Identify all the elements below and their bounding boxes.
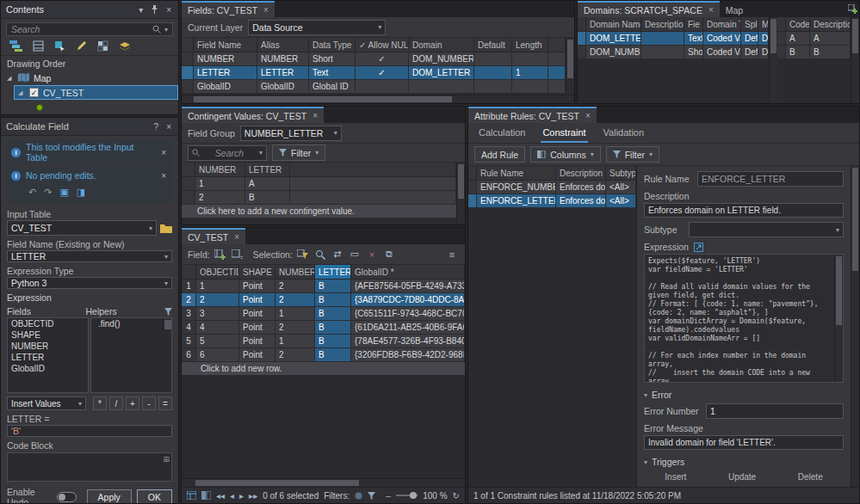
close-icon[interactable]: × [164, 5, 173, 15]
col-objectid[interactable]: OBJECTID * [196, 265, 239, 280]
help-icon[interactable]: ? [152, 122, 161, 132]
code-row[interactable]: A A [777, 32, 851, 46]
filter-icon[interactable] [164, 308, 172, 316]
contingent-row[interactable]: 2 B [182, 191, 456, 205]
split-view-icon[interactable] [201, 489, 211, 502]
input-table-select[interactable]: CV_TEST ▾ [7, 220, 157, 236]
rule-row-selected[interactable]: ENFORCE_LETTER Enforces domai <All> [468, 194, 636, 208]
list-by-editing-icon[interactable] [74, 40, 89, 52]
domain-row[interactable]: DOM_NUMBER Shor Coded Val Defa Defa [578, 46, 769, 59]
insert-values-select[interactable]: Insert Values ▾ [7, 396, 86, 410]
pin-icon[interactable] [149, 5, 160, 14]
rule-name-input[interactable]: ENFORCE_LETTER [697, 171, 844, 187]
zoom-out-icon[interactable]: – [386, 491, 391, 501]
contingent-filter-button[interactable]: Filter ▾ [272, 144, 325, 161]
helpers-scrollbar[interactable] [163, 318, 171, 329]
error-section-header[interactable]: ▾ Error [644, 390, 844, 400]
col-letter-selected[interactable]: LETTER [315, 265, 351, 280]
rule-expression-code[interactable]: Expects($feature, 'LETTER') var fieldNam… [644, 254, 844, 383]
add-field-icon[interactable] [213, 248, 227, 261]
tab-constraint[interactable]: Constraint [541, 126, 587, 143]
list-item[interactable]: SHAPE [8, 329, 88, 341]
expression-input[interactable]: 'B' [7, 425, 172, 437]
col-domain-name[interactable]: Domain Name [586, 17, 641, 32]
chevron-down-icon[interactable]: ▾ [164, 26, 168, 34]
apply-button[interactable]: Apply [87, 489, 132, 503]
discard-edits-icon[interactable]: ◨ [77, 187, 85, 198]
helpers-list[interactable]: .find() .format() .fromhex() .hex() .ima… [90, 317, 172, 393]
col-merge-policy[interactable]: Mer [758, 17, 769, 32]
col-length[interactable]: Length [512, 38, 548, 52]
multiply-operator-button[interactable]: * [93, 396, 107, 410]
expression-scrollbar[interactable] [834, 255, 843, 382]
tab-map[interactable]: Map [720, 1, 749, 17]
col-domain[interactable]: Domain [409, 38, 474, 52]
rules-vertical-scrollbar[interactable] [851, 166, 859, 487]
open-expression-editor-icon[interactable] [694, 243, 703, 252]
col-domain-type[interactable]: Domain T [703, 17, 741, 32]
col-description[interactable]: Description [641, 17, 684, 32]
table-row[interactable]: 5 5 Point 1 B {78AE4577-326B-4F93-B840-9… [182, 335, 465, 348]
rule-row[interactable]: ENFORCE_NUMBER Enforces domai <All> [468, 181, 636, 194]
ok-button[interactable]: OK [137, 489, 172, 503]
domain-row-selected[interactable]: DOM_LETTER Text Coded Val Defa Defa [578, 32, 769, 46]
chevron-down-icon[interactable]: ▾ [137, 5, 145, 15]
close-icon[interactable]: × [585, 111, 591, 120]
field-row[interactable]: NUMBER NUMBER Short ✓ DOM_NUMBER [182, 52, 566, 66]
filter-extent-icon[interactable] [368, 492, 375, 500]
add-contingent-value-row[interactable]: Click here to add a new contingent value… [182, 205, 456, 218]
list-item[interactable]: GlobalID [8, 363, 88, 374]
codes-vertical-scrollbar[interactable] [851, 17, 859, 103]
enable-undo-toggle[interactable] [57, 492, 77, 502]
layer-symbol-row[interactable] [14, 100, 178, 114]
list-by-drawing-order-icon[interactable] [8, 40, 24, 52]
table-row[interactable]: 3 3 Point 1 B {C651511F-9743-468C-BC70-1… [182, 307, 465, 321]
col-field-type[interactable]: Fie [684, 17, 703, 32]
col-allow-null[interactable]: ✓ Allow NULL [356, 38, 409, 52]
add-rule-button[interactable]: Add Rule [474, 146, 525, 163]
fields-vertical-scrollbar[interactable] [566, 38, 574, 95]
table-row[interactable]: 1 1 Point 2 B {AFE87564-05FB-4249-A733-5… [182, 280, 465, 293]
col-alias[interactable]: Alias [257, 38, 309, 52]
table-menu-icon[interactable]: ≡ [445, 248, 459, 261]
col-shape[interactable]: SHAPE * [239, 265, 275, 280]
error-number-input[interactable]: 1 [706, 403, 844, 419]
tab-domains[interactable]: Domains: SCRATCH_SPACE × [578, 1, 720, 17]
tab-contingent-values[interactable]: Contingent Values: CV_TEST × [182, 107, 324, 123]
close-icon[interactable]: × [234, 232, 239, 242]
close-icon[interactable]: × [164, 122, 173, 132]
subtract-operator-button[interactable]: - [142, 396, 156, 410]
col-code-description[interactable]: Description [810, 17, 851, 32]
list-item[interactable]: NUMBER [8, 341, 88, 352]
col-rule-description[interactable]: Description [556, 166, 606, 181]
save-edits-icon[interactable]: ▣ [59, 187, 68, 198]
collapse-icon[interactable]: ◢ [7, 75, 14, 82]
add-row-hint[interactable]: Click to add new row. [182, 362, 465, 376]
col-data-type[interactable]: Data Type [309, 38, 356, 52]
list-by-source-icon[interactable] [31, 40, 46, 52]
rule-description-input[interactable]: Enforces domain on LETTER field. [644, 203, 844, 218]
list-item[interactable]: OBJECTID [8, 318, 88, 329]
col-number[interactable]: NUMBER [275, 265, 315, 280]
col-letter[interactable]: LETTER [245, 163, 290, 177]
list-by-selection-icon[interactable] [53, 40, 67, 52]
equals-operator-button[interactable]: = [158, 396, 172, 410]
current-layer-select[interactable]: Data Source ▾ [248, 20, 386, 35]
next-record-icon[interactable]: ▸ [239, 491, 244, 501]
divide-operator-button[interactable]: / [109, 396, 123, 410]
tab-attribute-rules[interactable]: Attribute Rules: CV_TEST × [468, 107, 597, 123]
redo-icon[interactable]: ↷ [44, 187, 52, 198]
table-view-icon[interactable] [187, 489, 196, 502]
copy-rows-icon[interactable]: ⧉ [382, 248, 396, 261]
close-icon[interactable]: × [159, 148, 168, 157]
contingent-search-input[interactable]: Search ▾ [188, 145, 267, 161]
contingent-row[interactable]: 1 A [182, 177, 456, 191]
calculate-field-icon[interactable]: = [231, 248, 244, 261]
layer-visibility-checkbox[interactable]: ✓ [29, 88, 39, 97]
close-icon[interactable]: × [159, 171, 168, 181]
col-default[interactable]: Default [474, 38, 512, 52]
col-code[interactable]: Code [786, 17, 810, 32]
tree-item-cv-test[interactable]: ◢ ✓ CV_TEST [14, 85, 178, 100]
tab-validation[interactable]: Validation [602, 126, 647, 143]
field-row-selected[interactable]: LETTER LETTER Text ✓ DOM_LETTER 1 [182, 66, 566, 80]
